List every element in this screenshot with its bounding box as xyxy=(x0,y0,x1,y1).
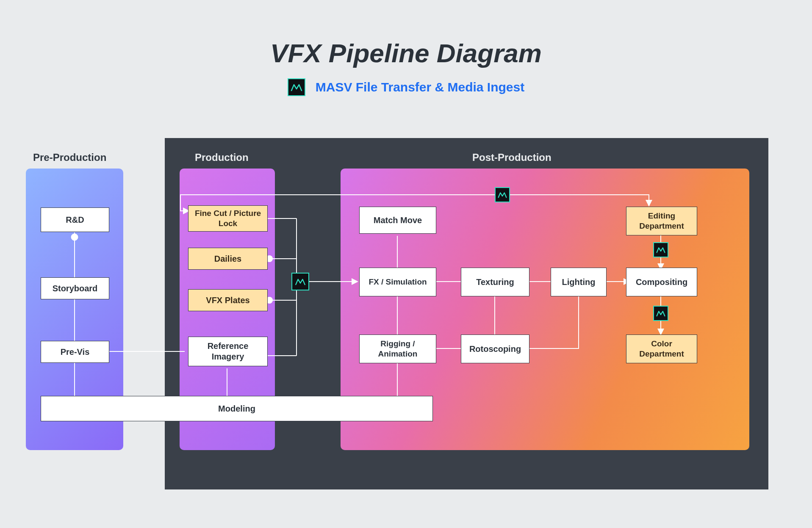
masv-icon-top xyxy=(495,187,510,202)
section-header-post: Post-Production xyxy=(472,152,551,163)
node-finecut: Fine Cut / Picture Lock xyxy=(188,205,268,232)
node-editing: Editing Department xyxy=(626,207,697,235)
node-fxsim: FX / Simulation xyxy=(359,268,436,296)
node-rigging: Rigging / Animation xyxy=(359,334,436,363)
node-rnd: R&D xyxy=(41,207,109,232)
node-modeling: Modeling xyxy=(41,396,433,421)
masv-icon-comp-color xyxy=(653,306,668,321)
section-header-pre: Pre-Production xyxy=(33,152,106,163)
node-rotoscoping: Rotoscoping xyxy=(461,334,529,363)
masv-icon xyxy=(288,78,305,96)
diagram-title: VFX Pipeline Diagram xyxy=(0,38,812,68)
node-color: Color Department xyxy=(626,334,697,363)
node-storyboard: Storyboard xyxy=(41,277,109,299)
node-dailies: Dailies xyxy=(188,248,268,270)
subtitle-text: MASV File Transfer & Media Ingest xyxy=(316,80,524,94)
node-lighting: Lighting xyxy=(551,268,607,296)
subtitle-row: MASV File Transfer & Media Ingest xyxy=(0,78,812,96)
node-matchmove: Match Move xyxy=(359,207,436,234)
node-reference: Reference Imagery xyxy=(188,337,268,366)
node-texturing: Texturing xyxy=(461,268,529,296)
node-compositing: Compositing xyxy=(626,268,697,296)
node-previs: Pre-Vis xyxy=(41,341,109,363)
masv-icon-edit-comp xyxy=(653,242,668,257)
masv-icon-hub xyxy=(291,273,309,290)
section-header-prod: Production xyxy=(195,152,249,163)
node-vfxplates: VFX Plates xyxy=(188,289,268,311)
